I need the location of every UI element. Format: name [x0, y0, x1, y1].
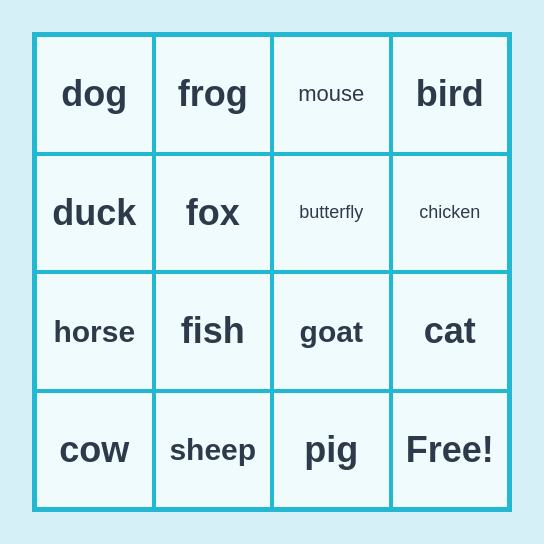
bingo-cell-14: pig	[272, 391, 391, 510]
bingo-cell-11: cat	[391, 272, 510, 391]
cell-text-3: bird	[416, 74, 484, 114]
cell-text-7: chicken	[419, 203, 480, 223]
bingo-cell-15: Free!	[391, 391, 510, 510]
bingo-cell-10: goat	[272, 272, 391, 391]
bingo-cell-12: cow	[35, 391, 154, 510]
cell-text-8: horse	[53, 315, 135, 348]
cell-text-10: goat	[300, 315, 363, 348]
cell-text-9: fish	[181, 311, 245, 351]
bingo-cell-13: sheep	[154, 391, 273, 510]
bingo-cell-2: mouse	[272, 35, 391, 154]
cell-text-14: pig	[304, 430, 358, 470]
cell-text-11: cat	[424, 311, 476, 351]
cell-text-1: frog	[178, 74, 248, 114]
bingo-cell-8: horse	[35, 272, 154, 391]
cell-text-0: dog	[61, 74, 127, 114]
cell-text-12: cow	[59, 430, 129, 470]
bingo-cell-5: fox	[154, 154, 273, 273]
bingo-cell-4: duck	[35, 154, 154, 273]
cell-text-15: Free!	[406, 430, 494, 470]
cell-text-13: sheep	[169, 433, 256, 466]
bingo-cell-6: butterfly	[272, 154, 391, 273]
cell-text-6: butterfly	[299, 203, 363, 223]
bingo-cell-9: fish	[154, 272, 273, 391]
bingo-cell-1: frog	[154, 35, 273, 154]
bingo-cell-7: chicken	[391, 154, 510, 273]
bingo-cell-3: bird	[391, 35, 510, 154]
cell-text-2: mouse	[298, 82, 364, 106]
bingo-board: dogfrogmousebirdduckfoxbutterflychickenh…	[32, 32, 512, 512]
cell-text-5: fox	[186, 193, 240, 233]
bingo-cell-0: dog	[35, 35, 154, 154]
cell-text-4: duck	[52, 193, 136, 233]
